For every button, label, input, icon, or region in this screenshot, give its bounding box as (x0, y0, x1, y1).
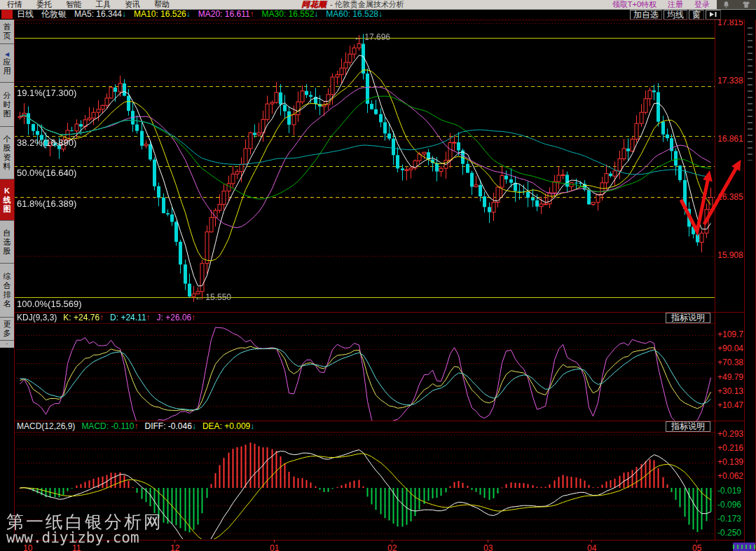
menu-bar: 行情委托智能工具资讯帮助 同花顺 - 伦敦贵金属技术分析 领取T+0特权注册登录 (0, 0, 756, 10)
ma-value-0: MA5: 16.344↓ (74, 9, 126, 20)
macd-arrow-0: ↑ (135, 421, 139, 431)
app-logo: 同花顺 (301, 0, 327, 10)
expand-icon (709, 11, 717, 18)
kdj-axis-label-5: +10.47 (717, 401, 743, 410)
kdj-axis-label-2: +70.38 (717, 358, 743, 367)
candlestick-chart[interactable] (14, 20, 715, 312)
ma-value-2: MA20: 16.611↑ (198, 9, 254, 20)
kdj-title: KDJ(9,3,3) (17, 313, 57, 323)
menu-item-4[interactable]: 资讯 (118, 0, 147, 9)
sidebar-item-label: 应用 (3, 57, 12, 76)
fib-label-0: 19.1%(17.300) (17, 88, 76, 98)
x-axis-tick-4 (392, 540, 392, 543)
ma-arrow-4: ↓ (378, 9, 383, 19)
x-axis-tick-2 (174, 540, 175, 543)
macd-arrow-1: ↓ (192, 421, 196, 431)
window-title-area: 同花顺 - 伦敦贵金属技术分析 (301, 0, 404, 9)
toolbar-buttons: 加自选均线窗 (628, 9, 721, 20)
high-price-marker: ← 17.696 (354, 32, 390, 42)
low-price-marker: ← 15.550 (195, 292, 231, 302)
sidebar-item-label: K线图 (3, 186, 12, 214)
menu-item-0[interactable]: 行情 (0, 0, 29, 9)
expand-window-button[interactable] (706, 10, 721, 20)
ma-arrow-1: ↓ (186, 9, 191, 19)
account-link-1[interactable]: 注册 (662, 0, 689, 10)
fib-label-1: 38.2%(16.890) (17, 137, 76, 148)
sidebar-item-label: 综合排名 (3, 272, 12, 308)
kdj-arrow-2: ↑ (191, 313, 195, 322)
right-edge-panel[interactable] (745, 20, 755, 551)
macd-value-0: MACD: -0.110↑ (81, 421, 138, 432)
kdj-header-divider (14, 323, 715, 324)
macd-arrow-2: ↓ (250, 421, 254, 431)
corner-block (1, 10, 13, 19)
macd-axis-label-4: -0.019 (717, 487, 741, 496)
macd-value-2: DEA: +0.009↓ (202, 421, 254, 432)
shirt-icon[interactable] (742, 1, 750, 8)
kdj-chart[interactable] (14, 324, 715, 421)
macd-axis-label-3: +0.062 (717, 472, 743, 481)
sidebar-item-2[interactable]: 分时图 (0, 83, 14, 127)
kdj-axis-label-3: +49.79 (717, 373, 743, 382)
kdj-value-0: K: +24.76↑ (63, 313, 104, 323)
macd-value-1: DIFF: -0.046↓ (145, 421, 196, 432)
sidebar-item-4[interactable]: K线图 (0, 179, 14, 221)
x-axis-tick-7 (696, 540, 697, 543)
bell-icon[interactable] (722, 1, 730, 8)
menu-item-5[interactable]: 帮助 (147, 0, 177, 9)
x-axis-tick-5 (488, 540, 488, 543)
macd-title: MACD(12,26,9) (17, 421, 75, 432)
sidebar-item-0[interactable]: 首页 (0, 20, 14, 44)
sidebar-item-label: 首页 (3, 22, 12, 41)
x-axis-label-2: 12 (170, 543, 179, 551)
sidebar-item-3[interactable]: 个股资料 (0, 127, 14, 179)
fib-label-4: 100.0%(15.569) (17, 299, 82, 309)
toolbar-button-0[interactable]: 加自选 (630, 10, 662, 20)
kdj-value-1: D: +24.11↑ (110, 313, 150, 323)
sidebar-more-dot[interactable]: · (0, 341, 14, 348)
trend-arrows-annotation (671, 149, 750, 241)
ma-value-3: MA30: 16.552↓ (262, 9, 319, 20)
price-axis-label-1: 17.338 (717, 76, 743, 86)
menu-item-3[interactable]: 工具 (88, 0, 118, 9)
x-axis-label-3: 01 (270, 543, 279, 551)
sidebar-item-label: 分时图 (3, 91, 12, 118)
account-link-0[interactable]: 领取T+0特权 (607, 0, 662, 10)
kdj-indicator-help-button[interactable]: 指标说明 (666, 313, 710, 323)
ma-value-1: MA10: 16.526↓ (134, 9, 191, 20)
account-link-2[interactable]: 登录 (689, 0, 715, 10)
fib-label-2: 50.0%(16.640) (17, 168, 76, 178)
chart-toolbar: 日线 伦敦银 MA5: 16.344↓MA10: 16.526↓MA20: 16… (0, 9, 756, 20)
kdj-arrow-1: ↑ (146, 313, 151, 322)
app-store-icon: ◀ (5, 51, 9, 57)
window-title: - 伦敦贵金属技术分析 (330, 0, 404, 10)
menu-item-2[interactable]: 智能 (59, 0, 88, 9)
sidebar-item-7[interactable]: 更多 (0, 318, 14, 341)
sidebar-item-5[interactable]: 自选股 (0, 221, 14, 264)
ma-arrow-0: ↓ (122, 9, 126, 19)
sidebar-item-label: 自选股 (3, 229, 12, 256)
toolbar-button-2[interactable]: 窗 (689, 10, 704, 20)
macd-axis-label-1: +0.216 (717, 444, 743, 453)
account-links: 领取T+0特权注册登录 (607, 0, 715, 9)
sidebar-item-label: 个股资料 (3, 135, 12, 171)
macd-axis-label-7: -0.250 (717, 529, 741, 538)
kdj-axis-label-0: +109.7 (717, 330, 743, 339)
watermark-site-url: www.diyizby.com (6, 529, 139, 546)
app-window: 行情委托智能工具资讯帮助 同花顺 - 伦敦贵金属技术分析 领取T+0特权注册登录… (0, 0, 756, 551)
symbol-label[interactable]: 伦敦银 (41, 9, 67, 20)
macd-indicator-help-button[interactable]: 指标说明 (666, 421, 710, 432)
menu-item-1[interactable]: 委托 (29, 0, 59, 9)
ma-arrow-3: ↓ (314, 9, 318, 19)
right-edge-marks (748, 27, 752, 161)
taskbar-widget[interactable] (733, 543, 755, 551)
fib-label-3: 61.8%(16.389) (17, 198, 76, 209)
sidebar-item-6[interactable]: 综合排名 (0, 264, 14, 318)
x-axis-tick-6 (591, 540, 592, 543)
ma-value-4: MA60: 16.528↓ (326, 9, 383, 20)
period-label[interactable]: 日线 (17, 9, 34, 20)
x-axis-label-5: 03 (483, 543, 493, 551)
sidebar-item-1[interactable]: ◀应用 (0, 44, 14, 83)
toolbar-button-1[interactable]: 均线 (664, 10, 687, 20)
menu-items: 行情委托智能工具资讯帮助 (0, 0, 177, 9)
